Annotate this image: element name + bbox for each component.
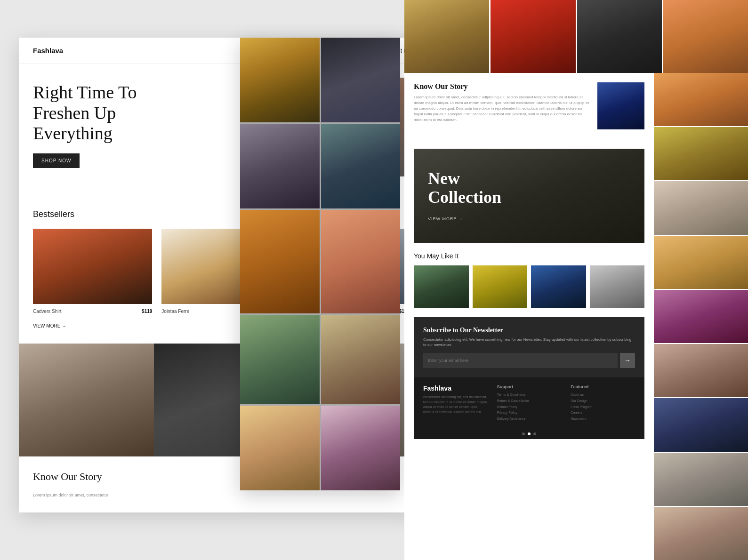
product-name-2: Jointaa Ferre (161, 309, 189, 314)
gallery-item-1 (19, 344, 154, 456)
collage-cell-6 (321, 210, 401, 313)
hero-text: Right Time To Freshen Up Everything SHOP… (33, 82, 306, 186)
you-may-like-section: You May Like It (414, 252, 644, 308)
footer-logo: Fashlava (423, 384, 488, 392)
newsletter-title: Subscribe to Our Newsletter (423, 327, 635, 334)
like-item-2[interactable] (473, 265, 528, 308)
hero-title-line3: Everything (33, 123, 113, 143)
footer-link-return[interactable]: Return & Cancellation (497, 398, 562, 404)
product-price-1: $119 (142, 309, 152, 314)
collage-cell-4 (321, 124, 401, 208)
new-collection-title: New Collection (428, 169, 630, 207)
far-right-photo-8 (654, 453, 748, 506)
view-more-link[interactable]: VIEW MORE → (33, 323, 66, 328)
footer-link-refund[interactable]: Refund Policy (497, 404, 562, 410)
collage-cell-9 (240, 406, 320, 490)
far-right-photo-7 (654, 398, 748, 451)
hero-title: Right Time To Freshen Up Everything (33, 82, 306, 144)
footer-link-terms[interactable]: Terms & Conditions (497, 392, 562, 398)
new-collection-block: New Collection VIEW MORE → (414, 149, 644, 243)
right-main-content: Know Our Story Lorem ipsum dolor sit ame… (404, 73, 654, 560)
footer-link-design[interactable]: Our Design (571, 398, 635, 404)
strip-photo-2 (491, 0, 575, 73)
new-collection-link[interactable]: VIEW MORE → (428, 216, 463, 221)
collage-cell-7 (240, 315, 320, 404)
footer-link-newsroom[interactable]: Newsroom (571, 416, 635, 422)
footer-featured-col: Featured About us Our Design Flash Progr… (571, 384, 635, 422)
like-item-1[interactable] (414, 265, 469, 308)
product-image-1 (33, 229, 152, 304)
footer-link-flash[interactable]: Flash Program (571, 404, 635, 410)
strip-photo-3 (577, 0, 662, 73)
page-dot-3[interactable] (533, 432, 536, 435)
footer-link-privacy[interactable]: Privacy Policy (497, 410, 562, 416)
far-right-photo-9 (654, 507, 748, 560)
collage-cell-10 (321, 406, 401, 490)
logo[interactable]: Fashlava (33, 47, 63, 55)
newsletter-block: Subscribe to Our Newsletter Consectetur … (414, 317, 644, 377)
like-item-4[interactable] (590, 265, 645, 308)
newsletter-email-input[interactable] (423, 353, 618, 368)
right-panel: Know Our Story Lorem ipsum dolor sit ame… (404, 0, 748, 560)
collage-cell-8 (321, 315, 401, 404)
page-dot-2[interactable] (528, 432, 531, 435)
footer: Fashlava consectetur adipiscing elit, se… (414, 377, 644, 429)
collage-cell-5 (240, 210, 320, 313)
strip-photo-4 (663, 0, 748, 73)
newsletter-form: → (423, 353, 635, 368)
far-right-photo-4 (654, 236, 748, 289)
new-collection-content: New Collection VIEW MORE → (428, 169, 630, 222)
product-info-1: Cadvers Shirt $119 (33, 309, 152, 314)
hero-title-line1: Right Time To (33, 82, 137, 102)
newsletter-subtitle: Consectetur adipiscing elit. We have som… (423, 337, 635, 347)
far-right-photo-1 (654, 73, 748, 126)
story-body: Lorem ipsum dolor sit amet, consectetur … (414, 95, 590, 123)
far-right-photo-2 (654, 127, 748, 180)
like-grid (414, 265, 644, 308)
far-right-photo-strip (654, 73, 748, 560)
like-item-3[interactable] (531, 265, 586, 308)
far-right-photo-3 (654, 181, 748, 234)
footer-featured-title: Featured (571, 384, 635, 389)
hero-title-line2: Freshen Up (33, 103, 116, 123)
top-photo-strip (404, 0, 748, 73)
know-our-story-block: Know Our Story Lorem ipsum dolor sit ame… (414, 82, 644, 139)
product-card-1[interactable]: Cadvers Shirt $119 (33, 229, 152, 314)
story-heading: Know Our Story (414, 82, 590, 91)
shop-now-button[interactable]: SHOP NOW (33, 153, 80, 168)
footer-brand-text: consectetur adipiscing elit, sed do eius… (423, 395, 488, 415)
footer-support-col: Support Terms & Conditions Return & Canc… (497, 384, 562, 422)
footer-brand-col: Fashlava consectetur adipiscing elit, se… (423, 384, 488, 422)
footer-link-careers[interactable]: Careers (571, 410, 635, 416)
right-content-area: Know Our Story Lorem ipsum dolor sit ame… (404, 73, 748, 560)
story-text: Know Our Story Lorem ipsum dolor sit ame… (414, 82, 590, 129)
you-may-like-title: You May Like It (414, 252, 644, 260)
footer-link-about[interactable]: About us (571, 392, 635, 398)
page-dot-1[interactable] (522, 432, 525, 435)
product-name-1: Cadvers Shirt (33, 309, 62, 314)
strip-photo-1 (404, 0, 489, 73)
know-story-bottom-text: Lorem ipsum dolor sit amet, consectetur (33, 492, 410, 498)
footer-support-title: Support (497, 384, 562, 389)
collage-cell-2 (321, 38, 401, 122)
footer-link-delivery[interactable]: Delivery Assistance (497, 416, 562, 422)
story-image (597, 82, 644, 129)
pagination (414, 429, 644, 439)
newsletter-submit-button[interactable]: → (620, 353, 635, 368)
far-right-photo-5 (654, 290, 748, 343)
far-right-photo-6 (654, 344, 748, 397)
